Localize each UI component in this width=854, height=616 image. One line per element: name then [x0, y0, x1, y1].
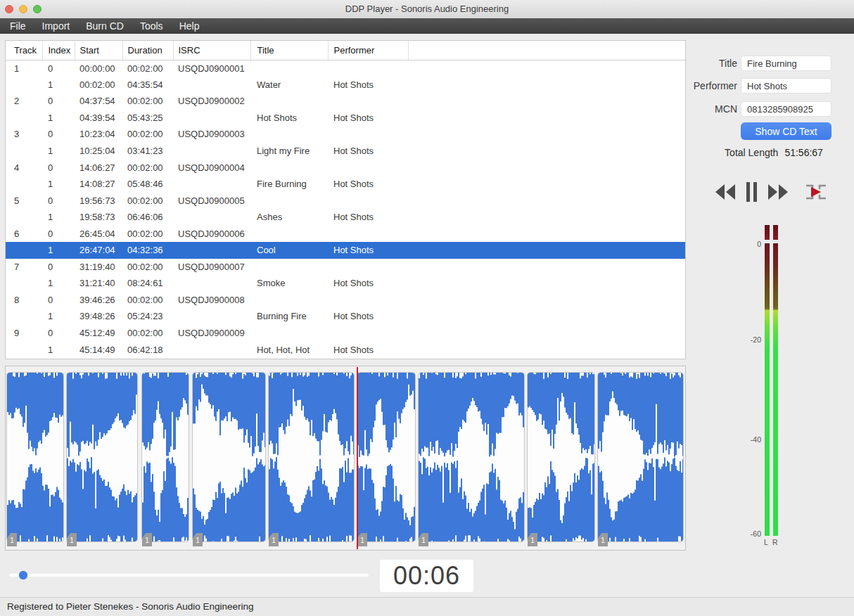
cell-title: Cool: [250, 242, 328, 259]
table-row[interactable]: 145:14:4906:42:18Hot, Hot, HotHot Shots: [6, 341, 685, 358]
title-bar: DDP Player - Sonoris Audio Engineering: [0, 0, 854, 18]
total-length-label: Total Length: [725, 147, 778, 158]
column-header-track[interactable]: Track: [6, 41, 42, 60]
waveform-segment[interactable]: [418, 372, 525, 542]
menu-item-file[interactable]: File: [10, 20, 26, 32]
waveform-segment[interactable]: [527, 372, 595, 542]
window-title: DDP Player - Sonoris Audio Engineering: [0, 0, 854, 18]
waveform-segment[interactable]: [268, 372, 355, 542]
waveform-segment[interactable]: [597, 372, 684, 542]
table-row[interactable]: 6026:45:0400:02:00USQDJ0900006: [6, 225, 685, 242]
table-row[interactable]: 7031:19:4000:02:00USQDJ0900007: [6, 259, 685, 276]
table-row[interactable]: 2004:37:5400:02:00USQDJ0900002: [6, 93, 685, 110]
cell-index: 1: [42, 242, 75, 259]
rewind-button[interactable]: [713, 183, 737, 201]
column-header-performer[interactable]: Performer: [328, 41, 408, 60]
track-list-panel: TrackIndexStartDurationISRCTitlePerforme…: [5, 40, 686, 359]
waveform-panel: 111111111: [5, 366, 686, 551]
table-row[interactable]: 126:47:0404:32:36CoolHot Shots: [6, 242, 685, 259]
cell-index: 0: [42, 159, 75, 176]
cell-performer: Hot Shots: [328, 110, 408, 127]
fast-forward-icon: [766, 183, 790, 201]
cell-start: 45:12:49: [75, 325, 122, 342]
table-row[interactable]: 110:25:0403:41:23Light my FireHot Shots: [6, 143, 685, 160]
waveform-segment[interactable]: [66, 372, 138, 542]
cell-spacer: [408, 308, 685, 325]
show-cd-text-button[interactable]: Show CD Text: [741, 122, 831, 140]
cell-performer: [328, 159, 408, 176]
table-row[interactable]: 4014:06:2700:02:00USQDJ0900004: [6, 159, 685, 176]
menu-item-help[interactable]: Help: [179, 20, 200, 32]
cell-duration: 04:35:54: [122, 77, 173, 94]
menu-item-tools[interactable]: Tools: [140, 20, 163, 32]
cell-track: 6: [6, 225, 42, 242]
playhead[interactable]: [357, 367, 358, 549]
waveform-graphic: [7, 373, 63, 541]
mcn-field[interactable]: [741, 101, 831, 117]
menu-item-import[interactable]: Import: [42, 20, 70, 32]
waveform-graphic: [193, 373, 265, 541]
cell-title: [250, 93, 328, 110]
waveform-segment[interactable]: [141, 372, 189, 542]
table-row[interactable]: 9045:12:4900:02:00USQDJ0900009: [6, 325, 685, 342]
cell-duration: 00:02:00: [122, 292, 173, 309]
cell-index: 1: [42, 143, 75, 160]
column-header-start[interactable]: Start: [75, 41, 122, 60]
table-row[interactable]: 1000:00:0000:02:00USQDJ0900001: [6, 60, 685, 77]
waveform-graphic: [419, 373, 524, 541]
performer-field[interactable]: [741, 78, 831, 94]
cell-isrc: [173, 110, 250, 127]
menu-item-burn-cd[interactable]: Burn CD: [86, 20, 124, 32]
cell-track: 3: [6, 126, 42, 143]
cell-isrc: [173, 242, 250, 259]
cell-spacer: [408, 259, 685, 276]
cell-track: [6, 110, 42, 127]
table-row[interactable]: 3010:23:0400:02:00USQDJ0900003: [6, 126, 685, 143]
waveform-segment[interactable]: [6, 372, 64, 542]
column-header-index[interactable]: Index: [42, 41, 75, 60]
cell-start: 10:25:04: [75, 143, 122, 160]
cell-track: [6, 77, 42, 94]
table-row[interactable]: 8039:46:2600:02:00USQDJ0900008: [6, 292, 685, 309]
cell-performer: Hot Shots: [328, 77, 408, 94]
meter-channel-right-label: R: [772, 538, 778, 546]
cell-title: Light my Fire: [250, 143, 328, 160]
table-row[interactable]: 131:21:4008:24:61SmokeHot Shots: [6, 275, 685, 292]
play-between-markers-button[interactable]: [803, 180, 829, 204]
cell-isrc: USQDJ0900008: [173, 292, 250, 309]
cell-spacer: [408, 143, 685, 160]
table-row[interactable]: 139:48:2605:24:23Burning FireHot Shots: [6, 308, 685, 325]
cell-track: 8: [6, 292, 42, 309]
table-row[interactable]: 5019:56:7300:02:00USQDJ0900005: [6, 192, 685, 209]
cell-duration: 00:02:00: [122, 159, 173, 176]
seek-slider-track[interactable]: [8, 573, 369, 577]
title-field[interactable]: [741, 56, 831, 71]
table-row[interactable]: 100:02:0004:35:54WaterHot Shots: [6, 77, 685, 94]
pause-button[interactable]: [744, 181, 760, 203]
cell-spacer: [408, 110, 685, 127]
column-header-duration[interactable]: Duration: [122, 41, 173, 60]
table-row[interactable]: 114:08:2705:48:46Fire BurningHot Shots: [6, 176, 685, 193]
waveform-graphic: [528, 373, 594, 541]
fast-forward-button[interactable]: [766, 183, 790, 201]
waveform-segment[interactable]: [192, 372, 266, 542]
cell-isrc: USQDJ0900001: [173, 60, 250, 77]
table-row[interactable]: 119:58:7306:46:06AshesHot Shots: [6, 209, 685, 226]
waveform-segment[interactable]: [357, 372, 416, 542]
column-header-spacer[interactable]: [408, 41, 685, 60]
cell-title: Hot, Hot, Hot: [250, 341, 328, 358]
column-header-isrc[interactable]: ISRC: [173, 41, 250, 60]
mcn-label: MCN: [653, 103, 737, 115]
play-between-markers-icon: [803, 180, 829, 204]
cell-duration: 05:43:25: [122, 110, 173, 127]
cell-performer: Hot Shots: [328, 209, 408, 226]
track-table: TrackIndexStartDurationISRCTitlePerforme…: [6, 41, 685, 358]
cell-isrc: USQDJ0900003: [173, 126, 250, 143]
cell-performer: [328, 325, 408, 342]
seek-slider-thumb[interactable]: [19, 571, 27, 579]
cell-index: 1: [42, 176, 75, 193]
cell-title: Hot Shots: [250, 110, 328, 127]
cell-performer: [328, 60, 408, 77]
table-row[interactable]: 104:39:5405:43:25Hot ShotsHot Shots: [6, 110, 685, 127]
column-header-title[interactable]: Title: [250, 41, 328, 60]
